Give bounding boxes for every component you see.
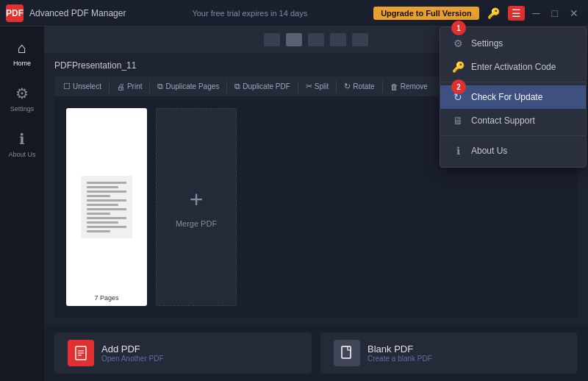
unselect-icon: ☐ <box>63 82 71 91</box>
close-icon[interactable]: ✕ <box>566 6 582 21</box>
annotation-badge-1: 1 <box>451 21 466 35</box>
doc-preview <box>81 176 132 238</box>
menu-icon[interactable]: ☰ <box>508 6 525 21</box>
add-pdf-card[interactable]: Add PDF Open Another PDF <box>54 332 312 374</box>
sidebar-label-about: About Us <box>8 151 35 158</box>
dup-pdf-icon: ⧉ <box>234 82 240 91</box>
menu-support-icon: 🖥 <box>452 115 464 127</box>
split-icon: ✂ <box>306 82 312 91</box>
annotation-badge-2: 2 <box>451 79 466 94</box>
doc-line <box>87 226 126 228</box>
doc-line <box>87 195 110 197</box>
doc-line <box>87 217 126 219</box>
view-btn-3[interactable] <box>308 33 324 46</box>
toolbar-sep-4 <box>298 81 298 93</box>
blank-pdf-title: Blank PDF <box>368 343 432 355</box>
about-icon: ℹ <box>19 130 25 148</box>
sidebar-item-settings[interactable]: ⚙ Settings <box>0 79 44 118</box>
blank-pdf-text: Blank PDF Create a blank PDF <box>368 343 432 363</box>
toolbar-rotate[interactable]: ↻ Rotate <box>341 80 377 93</box>
toolbar-unselect[interactable]: ☐ Unselect <box>60 80 104 93</box>
toolbar-split[interactable]: ✂ Split <box>303 80 331 93</box>
doc-line <box>87 204 118 206</box>
toolbar-print[interactable]: 🖨 Print <box>114 81 146 93</box>
toolbar-remove[interactable]: 🗑 Remove <box>387 81 431 93</box>
menu-about-label: About Us <box>471 146 507 156</box>
maximize-icon[interactable]: □ <box>548 6 562 21</box>
blank-pdf-card[interactable]: Blank PDF Create a blank PDF <box>320 332 578 374</box>
trial-notice: Your free trial expires in 14 days <box>126 9 373 18</box>
menu-settings-icon: ⚙ <box>452 38 464 49</box>
toolbar-sep-1 <box>109 81 110 93</box>
sidebar-label-home: Home <box>13 60 31 67</box>
view-btn-4[interactable] <box>330 33 346 46</box>
view-btn-2[interactable] <box>286 33 302 46</box>
blank-pdf-icon <box>334 340 360 366</box>
doc-line <box>87 182 126 184</box>
doc-line <box>87 221 118 224</box>
pdf-pages-label: 7 Pages <box>66 293 147 303</box>
merge-pdf-button[interactable]: + Merge PDF <box>156 108 237 306</box>
rotate-icon: ↻ <box>344 82 351 91</box>
menu-item-about[interactable]: ℹ About Us <box>440 139 586 163</box>
doc-line <box>87 186 118 188</box>
view-btn-5[interactable] <box>352 33 368 46</box>
print-icon: 🖨 <box>117 82 125 91</box>
blank-pdf-subtitle: Create a blank PDF <box>368 355 432 363</box>
menu-settings-label: Settings <box>471 38 503 49</box>
add-pdf-subtitle: Open Another PDF <box>101 355 164 363</box>
view-btn-1[interactable] <box>264 33 280 46</box>
menu-activation-icon: 🔑 <box>452 61 464 73</box>
merge-label: Merge PDF <box>176 219 217 228</box>
pdf-thumbnail[interactable]: 7 Pages <box>66 108 147 306</box>
add-pdf-title: Add PDF <box>101 343 164 355</box>
toolbar-sep-5 <box>336 81 337 93</box>
home-icon: ⌂ <box>18 40 26 57</box>
menu-item-settings[interactable]: ⚙ Settings <box>440 32 586 55</box>
merge-plus-icon: + <box>190 186 204 213</box>
toolbar-duplicate-pages[interactable]: ⧉ Duplicate Pages <box>154 80 222 93</box>
doc-line <box>87 230 110 232</box>
menu-item-activation[interactable]: 🔑 Enter Activation Code <box>440 55 586 79</box>
menu-divider-2 <box>440 135 586 136</box>
menu-activation-label: Enter Activation Code <box>471 62 556 72</box>
menu-support-label: Contact Support <box>471 115 535 126</box>
doc-line <box>87 213 110 215</box>
app-title: Advanced PDF Manager <box>29 8 126 18</box>
titlebar: PDF Advanced PDF Manager Your free trial… <box>0 0 588 26</box>
doc-line <box>87 190 126 193</box>
upgrade-button[interactable]: Upgrade to Full Version <box>373 7 478 20</box>
sidebar-item-about[interactable]: ℹ About Us <box>0 124 44 164</box>
add-pdf-icon <box>68 340 94 366</box>
dropdown-menu: ⚙ Settings 🔑 Enter Activation Code ↻ Che… <box>440 26 587 168</box>
sidebar-item-home[interactable]: ⌂ Home <box>0 34 44 73</box>
menu-item-support[interactable]: 🖥 Contact Support <box>440 109 586 132</box>
sidebar-label-settings: Settings <box>10 105 35 113</box>
add-pdf-text: Add PDF Open Another PDF <box>101 343 164 363</box>
menu-update-label: Check For Update <box>471 92 542 102</box>
minimize-icon[interactable]: ─ <box>529 6 544 21</box>
toolbar-duplicate-pdf[interactable]: ⧉ Duplicate PDF <box>232 80 293 93</box>
dup-pages-icon: ⧉ <box>157 82 163 91</box>
svg-rect-4 <box>342 346 351 358</box>
titlebar-right: Upgrade to Full Version 🔑 ☰ ─ □ ✕ <box>373 6 582 21</box>
toolbar-sep-6 <box>382 81 383 93</box>
menu-about-icon: ℹ <box>452 145 464 157</box>
titlebar-left: PDF Advanced PDF Manager <box>6 4 126 22</box>
doc-line <box>87 199 126 202</box>
remove-icon: 🗑 <box>390 82 398 91</box>
bottom-actions: Add PDF Open Another PDF Blank PDF Creat… <box>44 325 588 381</box>
toolbar-sep-3 <box>226 81 227 93</box>
sidebar: ⌂ Home ⚙ Settings ℹ About Us <box>0 26 44 381</box>
settings-icon: ⚙ <box>15 85 29 102</box>
toolbar-sep-2 <box>149 81 150 93</box>
key-icon[interactable]: 🔑 <box>484 6 503 21</box>
app-logo: PDF <box>6 4 24 22</box>
doc-line <box>87 208 126 210</box>
